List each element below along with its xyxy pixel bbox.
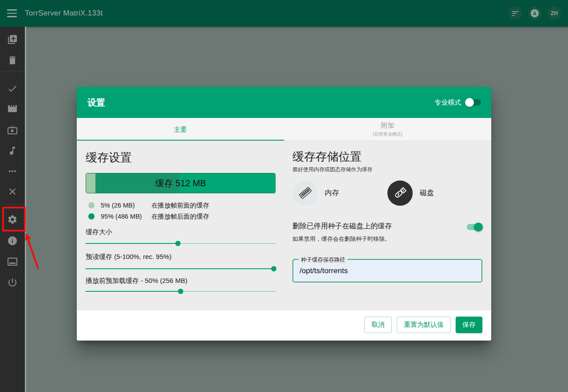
cache-storage-section: 缓存存储位置 最好使用内存或固态存储作为缓存 bbox=[292, 141, 483, 310]
ram-icon-circle bbox=[292, 180, 318, 206]
pro-mode-switch[interactable] bbox=[465, 98, 481, 107]
pro-mode-label: 专业模式 bbox=[434, 98, 461, 107]
readahead-slider-label: 预读缓存 (5-100%, rec. 95%) bbox=[86, 253, 171, 261]
sidebar-item-other[interactable] bbox=[7, 166, 18, 176]
sidebar-item-playlists[interactable] bbox=[7, 256, 18, 267]
switch-thumb bbox=[474, 223, 483, 231]
tab-extra-subtitle: (启用专业模式) bbox=[373, 131, 402, 137]
slider-fill bbox=[86, 243, 178, 244]
cache-storage-heading: 缓存存储位置 bbox=[292, 149, 362, 165]
add-torrent-icon bbox=[7, 34, 18, 45]
annotation-highlight-box bbox=[2, 207, 26, 231]
svg-text:A: A bbox=[533, 11, 536, 16]
remove-cache-switch[interactable] bbox=[466, 223, 482, 231]
remove-cache-helper: 如果禁用，缓存会在删除种子时移除。 bbox=[292, 235, 390, 243]
menu-icon[interactable] bbox=[6, 9, 19, 18]
cache-size-slider[interactable] bbox=[86, 240, 276, 247]
slider-thumb[interactable] bbox=[175, 241, 181, 246]
remove-cache-toggle-label: 删除已停用种子在磁盘上的缓存 bbox=[292, 222, 461, 231]
disk-label: 磁盘 bbox=[420, 188, 434, 198]
sidebar-divider bbox=[0, 204, 25, 204]
ram-label: 内存 bbox=[325, 188, 339, 198]
sidebar-item-tv[interactable] bbox=[7, 125, 18, 135]
sidebar-item-music[interactable] bbox=[7, 145, 18, 156]
sidebar-item-close[interactable] bbox=[7, 186, 18, 197]
slider-fill bbox=[86, 268, 274, 269]
dialog-title: 设置 bbox=[87, 87, 105, 118]
disk-icon-circle bbox=[387, 180, 413, 206]
preload-slider-label: 播放前预加载缓存 - 50% (256 MB) bbox=[86, 277, 187, 285]
dialog-tabs: 主要 附加 (启用专业模式) bbox=[77, 118, 491, 141]
cancel-button[interactable]: 取消 bbox=[364, 317, 392, 333]
sidebar-item-movies[interactable] bbox=[7, 103, 18, 114]
sidebar-item-power[interactable] bbox=[7, 277, 18, 288]
settings-dialog: 设置 专业模式 主要 附加 (启用专业模式) 缓存设置 bbox=[77, 87, 491, 341]
slider-thumb[interactable] bbox=[271, 266, 276, 271]
dialog-header: 设置 专业模式 bbox=[77, 87, 491, 118]
cache-settings-heading: 缓存设置 bbox=[86, 150, 132, 165]
app-root: TorrServer MatriX.133t A ZH bbox=[0, 0, 568, 392]
dialog-footer: 取消 重置为默认值 保存 bbox=[77, 310, 491, 341]
version-badge-button[interactable]: A bbox=[528, 7, 541, 20]
switch-thumb bbox=[465, 98, 474, 107]
close-icon bbox=[7, 186, 18, 197]
sort-icon bbox=[512, 11, 519, 16]
cache-size-slider-label: 缓存大小 bbox=[86, 228, 112, 236]
save-button[interactable]: 保存 bbox=[456, 317, 482, 333]
check-icon bbox=[7, 83, 18, 94]
readahead-slider[interactable] bbox=[86, 266, 276, 272]
language-avatar[interactable]: ZH bbox=[548, 7, 561, 20]
info-icon bbox=[7, 235, 18, 246]
sidebar-divider bbox=[0, 71, 25, 71]
usb-drive-icon bbox=[393, 185, 408, 200]
slider-fill bbox=[86, 291, 181, 292]
sidebar-item-add-torrent[interactable] bbox=[7, 34, 18, 45]
power-icon bbox=[7, 277, 18, 288]
cache-settings-section: 缓存设置 缓存 512 MB 5% (26 MB) 在播放帧前面的缓存 95% … bbox=[86, 141, 276, 310]
preload-slider[interactable] bbox=[86, 288, 276, 294]
cache-size-label: 缓存 512 MB bbox=[86, 173, 276, 193]
legend-dot bbox=[88, 213, 95, 220]
sidebar-item-select[interactable] bbox=[7, 83, 18, 94]
tab-main[interactable]: 主要 bbox=[77, 118, 284, 141]
active-tab-indicator bbox=[77, 140, 284, 141]
cache-path-input[interactable] bbox=[293, 260, 481, 282]
legend-row: 95% (486 MB) 在播放帧后面的缓存 bbox=[86, 212, 209, 221]
live-tv-icon bbox=[7, 125, 18, 135]
movie-icon bbox=[7, 103, 18, 114]
dialog-content: 缓存设置 缓存 512 MB 5% (26 MB) 在播放帧前面的缓存 95% … bbox=[77, 141, 491, 310]
sidebar-item-delete[interactable] bbox=[7, 55, 18, 66]
storage-option-disk[interactable]: 磁盘 bbox=[387, 180, 434, 206]
storage-option-ram[interactable]: 内存 bbox=[292, 180, 339, 206]
new-release-icon: A bbox=[530, 8, 540, 18]
tab-extra[interactable]: 附加 (启用专业模式) bbox=[284, 118, 491, 141]
sidebar-item-info[interactable] bbox=[7, 235, 18, 246]
app-title: TorrServer MatriX.133t bbox=[25, 0, 103, 27]
card-icon bbox=[7, 256, 18, 267]
music-note-icon bbox=[7, 145, 18, 156]
legend-dot bbox=[88, 202, 95, 208]
slider-thumb[interactable] bbox=[178, 289, 183, 294]
legend-row: 5% (26 MB) 在播放帧前面的缓存 bbox=[86, 201, 209, 210]
more-horiz-icon bbox=[7, 166, 18, 176]
cache-path-field: 种子缓存保存路径 bbox=[292, 259, 482, 282]
top-app-bar: TorrServer MatriX.133t A ZH bbox=[0, 0, 568, 27]
sort-button[interactable] bbox=[509, 7, 522, 20]
cache-storage-subtitle: 最好使用内存或固态存储作为缓存 bbox=[292, 166, 372, 173]
ram-icon bbox=[298, 185, 313, 200]
trash-icon bbox=[7, 55, 18, 66]
reset-defaults-button[interactable]: 重置为默认值 bbox=[397, 317, 451, 333]
